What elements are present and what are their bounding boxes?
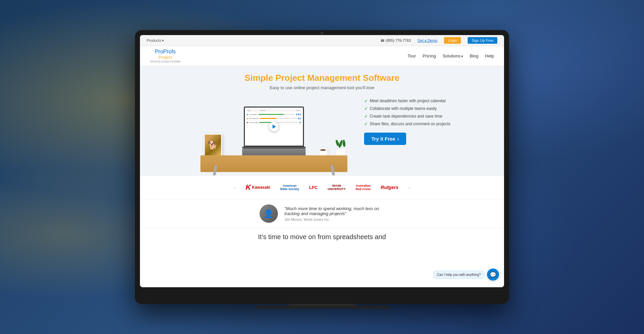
mini-laptop-mockup: Task Progress Users Do Evaluation xyxy=(240,107,307,157)
main-navigation: ProProfs Project formerly project bubble… xyxy=(140,46,504,66)
phone-icon: ☎ xyxy=(380,39,384,42)
nav-tour[interactable]: Tour xyxy=(408,53,416,58)
chat-bubble: Can I help you with anything? xyxy=(433,271,484,279)
hero-section: Simple Project Management Software Easy … xyxy=(140,66,504,175)
miami-logo: MIAMIUNIVERSITY xyxy=(328,181,346,194)
mug-coffee xyxy=(320,149,326,151)
check-icon-1: ✓ xyxy=(364,99,368,104)
logo-profs: Profs xyxy=(163,49,176,54)
kawasaki-k: K xyxy=(246,183,251,192)
chat-widget: Can I help you with anything? 💬 xyxy=(433,269,499,281)
hero-subtitle: Easy to use online project management to… xyxy=(150,85,494,90)
mini-dot-3 xyxy=(247,122,248,123)
products-label: Products xyxy=(147,38,161,42)
kawasaki-logo: K Kawasaki xyxy=(246,181,270,194)
logo-project: Project xyxy=(159,55,172,60)
chat-icon: 💬 xyxy=(490,272,496,278)
mini-progress-1 xyxy=(259,114,295,115)
mini-col-progress: Progress xyxy=(260,110,266,111)
check-icon-2: ✓ xyxy=(364,106,368,111)
lfc-logo: LFC xyxy=(309,181,317,194)
mini-row-1: Do Evaluation 👤👤👤 xyxy=(246,113,302,117)
feature-item-3: ✓ Create task dependencies and save time xyxy=(364,114,450,119)
signup-button[interactable]: Sign Up Free xyxy=(468,37,497,44)
lfc-logo-text: LFC xyxy=(309,185,317,190)
mini-col-users: Users xyxy=(297,110,300,111)
mini-col-task: Task xyxy=(248,110,250,111)
mini-progress-fill-2 xyxy=(260,118,276,119)
testimonial-section: 👤 "Much more time to spend working, much… xyxy=(140,199,504,228)
nav-help[interactable]: Help xyxy=(485,53,494,58)
nav-blog[interactable]: Blog xyxy=(470,53,478,58)
mini-progress-fill-1 xyxy=(259,114,284,115)
play-button[interactable] xyxy=(269,122,279,131)
nav-links: Tour Pricing Solutions Blog Help xyxy=(408,53,494,58)
logos-section: ‹ K Kawasaki AmericanBible Society LFC M… xyxy=(140,175,504,199)
mini-task-3: Create Designs xyxy=(249,122,259,123)
leaf-3 xyxy=(342,140,346,147)
try-free-label: Try it Free xyxy=(371,136,395,142)
mini-task-1: Do Evaluation xyxy=(249,114,258,115)
try-free-button[interactable]: Try it Free › xyxy=(364,133,406,145)
logo-pro: Pro xyxy=(155,49,163,54)
redcross-logo-text: AustralianRed Cross xyxy=(356,184,371,191)
logo[interactable]: ProProfs Project formerly project bubble xyxy=(150,49,181,63)
chat-button[interactable]: 💬 xyxy=(487,269,499,281)
feature-text-2: Collaborate with multiple teams easily xyxy=(370,106,437,111)
mini-users-1: 👤👤👤 xyxy=(296,114,301,115)
phone-number: (855) 776-7763 xyxy=(386,38,411,42)
miami-logo-text: MIAMIUNIVERSITY xyxy=(328,184,346,191)
mini-task-2: Write Blog Posts xyxy=(249,118,259,119)
testimonial-quote: "Much more time to spend working, much l… xyxy=(285,206,385,216)
products-arrow-icon: ▾ xyxy=(162,38,164,43)
top-utility-bar: Products ▾ ☎ (855) 776-7763 Get a Demo L… xyxy=(140,35,504,46)
laptop-camera xyxy=(321,32,323,34)
logos-prev-arrow[interactable]: ‹ xyxy=(233,184,235,191)
mini-progress-fill-3 xyxy=(259,122,271,123)
desk-plant xyxy=(336,140,346,157)
mini-dot-2 xyxy=(247,118,248,119)
mini-laptop-screen: Task Progress Users Do Evaluation xyxy=(244,107,304,147)
mini-dot-1 xyxy=(247,114,248,115)
testimonial-author: Jim Moore, Word Jones Inc xyxy=(285,217,385,221)
feature-item-4: ✓ Share files, discuss and comment on pr… xyxy=(364,122,450,127)
redcross-logo: AustralianRed Cross xyxy=(356,181,371,194)
mini-screen-header: Task Progress Users xyxy=(246,109,302,112)
mini-progress-3 xyxy=(259,122,298,123)
hero-content: 🐕 Task Progress Users xyxy=(150,95,494,175)
feature-text-4: Share files, discuss and comment on proj… xyxy=(370,122,450,126)
get-demo-link[interactable]: Get a Demo xyxy=(418,38,437,42)
feature-text-1: Meet deadlines faster with project calen… xyxy=(370,99,446,103)
check-icon-3: ✓ xyxy=(364,114,368,119)
login-button[interactable]: Login xyxy=(444,37,461,44)
bottom-title: It's time to move on from spreadsheets a… xyxy=(150,233,494,241)
rutgers-logo-text: Rutgers xyxy=(381,185,398,190)
logo-formerly: formerly project bubble xyxy=(150,60,181,63)
laptop-foot xyxy=(255,306,389,309)
testimonial-avatar: 👤 xyxy=(260,204,278,223)
logos-next-arrow[interactable]: › xyxy=(409,184,411,191)
photo-image: 🐕 xyxy=(205,135,221,156)
check-icon-4: ✓ xyxy=(364,122,368,127)
photo-frame: 🐕 xyxy=(204,134,222,157)
phone-info: ☎ (855) 776-7763 xyxy=(380,38,411,42)
desk-surface xyxy=(200,155,347,172)
plant-leaves xyxy=(336,140,346,148)
nav-pricing[interactable]: Pricing xyxy=(423,53,436,58)
nav-solutions[interactable]: Solutions xyxy=(443,53,463,58)
mini-users-2: 👤👤 xyxy=(298,118,301,119)
abs-logo: AmericanBible Society xyxy=(280,181,299,194)
feature-text-3: Create task dependencies and save time xyxy=(370,114,442,119)
hero-title: Simple Project Management Software xyxy=(150,73,494,83)
laptop-screen-bezel: Products ▾ ☎ (855) 776-7763 Get a Demo L… xyxy=(140,35,504,287)
feature-list: ✓ Meet deadlines faster with project cal… xyxy=(364,95,450,145)
feature-item-2: ✓ Collaborate with multiple teams easily xyxy=(364,106,450,111)
desk-scene: 🐕 Task Progress Users xyxy=(194,95,354,175)
mini-users-3: 👤 xyxy=(299,122,301,123)
products-dropdown[interactable]: Products ▾ xyxy=(147,38,164,43)
play-triangle-icon xyxy=(273,125,276,129)
mini-row-2: Write Blog Posts 👤👤 xyxy=(246,117,302,121)
website-content: Products ▾ ☎ (855) 776-7763 Get a Demo L… xyxy=(140,35,504,287)
try-free-arrow-icon: › xyxy=(397,136,399,142)
kawasaki-text: Kawasaki xyxy=(252,185,270,190)
